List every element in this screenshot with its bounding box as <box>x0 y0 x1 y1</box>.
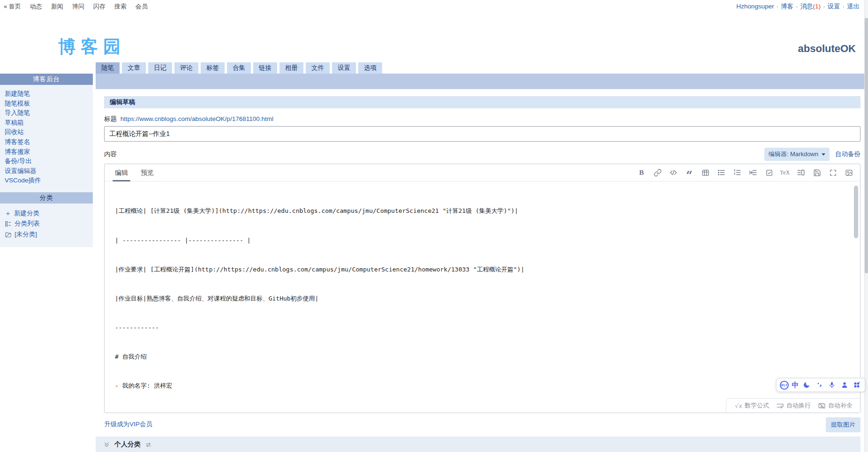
microphone-icon[interactable] <box>827 379 837 391</box>
sidebar-item-category-list[interactable]: 分类列表 <box>5 218 93 229</box>
collapse-chevrons-icon[interactable] <box>103 441 110 448</box>
sidebar-item-uncategorized[interactable]: [未分类] <box>5 229 93 240</box>
wrap-icon <box>776 402 784 410</box>
code-icon[interactable] <box>668 167 679 178</box>
tab-essays[interactable]: 随笔 <box>96 62 120 74</box>
editor-line: |作业要求| [工程概论开篇](http://https://edu.cnblo… <box>115 265 850 275</box>
nav-feed[interactable]: 动态 <box>30 2 42 11</box>
tab-options[interactable]: 选项 <box>358 62 382 74</box>
word-wrap-label: 自动换行 <box>786 401 811 410</box>
nav-member[interactable]: 会员 <box>136 2 148 11</box>
sqrt-icon: √x <box>735 402 742 409</box>
below-editor-row: 升级成为VIP会员 提取图片 <box>104 417 860 432</box>
table-icon[interactable] <box>700 167 711 178</box>
content-label: 内容 <box>104 150 117 158</box>
my-blog-link[interactable]: 博客 <box>781 2 793 11</box>
messages-link[interactable]: 消息(1) <box>800 2 821 11</box>
outdent-icon[interactable] <box>747 167 759 178</box>
tab-links[interactable]: 链接 <box>253 62 277 74</box>
separator: · <box>777 3 779 10</box>
tab-albums[interactable]: 相册 <box>279 62 303 74</box>
nav-flash[interactable]: 闪存 <box>93 2 106 11</box>
main-content: 编辑草稿 标题 https://www.cnblogs.com/absolute… <box>96 89 864 452</box>
sidebar-item-recycle-bin[interactable]: 回收站 <box>5 128 93 137</box>
extract-images-button[interactable]: 提取图片 <box>826 417 860 432</box>
punctuation-icon[interactable] <box>815 379 824 391</box>
sidebar-item-signature[interactable]: 博客签名 <box>5 137 93 147</box>
sidebar-item-backup-export[interactable]: 备份/导出 <box>5 157 93 166</box>
uncategorized-label: [未分类] <box>15 229 37 240</box>
autocomplete-toggle[interactable]: 自动补全 <box>818 401 853 410</box>
tex-formula-icon[interactable]: TeX <box>779 167 791 178</box>
moon-icon[interactable] <box>802 379 811 391</box>
editor-line: |工程概论| [计算21级 (集美大学)](http://https://edu… <box>115 206 850 216</box>
post-url-link[interactable]: https://www.cnblogs.com/absoluteOK/p/176… <box>121 115 273 122</box>
masthead: 博客园 absoluteOK <box>0 13 868 62</box>
editor-type-dropdown[interactable]: 编辑器: Markdown <box>764 148 830 161</box>
editor-line: | ---------------- |--------------- | <box>115 236 850 246</box>
ordered-list-icon[interactable] <box>732 167 743 178</box>
vip-upgrade-link[interactable]: 升级成为VIP会员 <box>104 420 152 429</box>
keyboard-off-icon <box>818 402 826 410</box>
tab-articles[interactable]: 文章 <box>122 62 146 74</box>
nav-home[interactable]: « 首页 <box>4 2 21 11</box>
editor-footer: √x 数学公式 自动换行 <box>726 398 860 413</box>
username-link[interactable]: Hzhongsuper <box>736 3 774 10</box>
header-band <box>96 74 864 89</box>
nav-q-and-a[interactable]: 博问 <box>72 2 84 11</box>
bold-icon[interactable]: B <box>636 167 647 178</box>
sidebar-admin-list: 新建随笔 随笔模板 导入随笔 草稿箱 回收站 博客签名 博客搬家 备份/导出 设… <box>0 85 93 188</box>
sidebar-item-post-template[interactable]: 随笔模板 <box>5 99 93 109</box>
chevron-down-icon <box>822 153 825 156</box>
outline-panel-icon[interactable] <box>795 167 807 178</box>
link-icon[interactable] <box>652 167 663 178</box>
tab-comments[interactable]: 评论 <box>174 62 198 74</box>
math-formula-toggle[interactable]: √x 数学公式 <box>735 401 769 410</box>
sidebar-item-new-post[interactable]: 新建随笔 <box>5 89 93 99</box>
editor-toolbar: B “ <box>636 167 854 178</box>
content-row: 内容 编辑器: Markdown 自动备份 <box>104 148 860 161</box>
sidebar-item-new-category[interactable]: + 新建分类 <box>5 208 93 219</box>
editor-tab-edit[interactable]: 编辑 <box>115 164 128 181</box>
auto-backup-link[interactable]: 自动备份 <box>835 150 860 158</box>
sidebar-item-import-post[interactable]: 导入随笔 <box>5 108 93 118</box>
tab-diary[interactable]: 日记 <box>148 62 172 74</box>
settings-link[interactable]: 设置 <box>828 2 840 11</box>
title-label: 标题 <box>104 115 117 122</box>
save-icon[interactable] <box>811 167 823 178</box>
nav-news[interactable]: 新闻 <box>51 2 63 11</box>
sidebar-item-editor-settings[interactable]: 设置编辑器 <box>5 166 93 176</box>
unordered-list-icon[interactable] <box>716 167 727 178</box>
cnblogs-logo[interactable]: 博客园 <box>58 35 126 59</box>
editor-line: # 自我介绍 <box>115 352 850 362</box>
sidebar-item-blog-migration[interactable]: 博客搬家 <box>5 147 93 157</box>
markdown-editor[interactable]: |工程概论| [计算21级 (集美大学)](http://https://edu… <box>105 182 853 398</box>
folder-slash-icon <box>5 231 12 238</box>
editor-line: ------------ <box>115 323 850 333</box>
keyboard-grid-icon[interactable] <box>852 379 861 391</box>
editor-type-label: 编辑器: Markdown <box>769 150 818 158</box>
word-wrap-toggle[interactable]: 自动换行 <box>776 401 811 410</box>
blockquote-icon[interactable]: “ <box>684 167 695 178</box>
editor-line: - 我的名字: 洪梓宏 <box>115 381 850 391</box>
editor-tab-preview[interactable]: 预览 <box>141 164 154 181</box>
fullscreen-icon[interactable] <box>827 167 838 178</box>
post-title-input[interactable] <box>104 126 860 142</box>
sidebar-item-vscode-plugin[interactable]: VSCode插件 <box>5 176 93 186</box>
sort-icon[interactable] <box>145 441 152 448</box>
sidebar-item-drafts[interactable]: 草稿箱 <box>5 118 93 128</box>
page-scrollbar-thumb[interactable] <box>865 18 868 273</box>
logout-link[interactable]: 退出 <box>847 2 860 11</box>
personal-category-section-header: 个人分类 <box>96 437 860 452</box>
user-icon[interactable] <box>840 379 849 391</box>
task-list-icon[interactable] <box>763 167 775 178</box>
image-icon[interactable] <box>843 167 854 178</box>
tab-tags[interactable]: 标签 <box>201 62 225 74</box>
tab-settings[interactable]: 设置 <box>332 62 356 74</box>
nav-search[interactable]: 搜索 <box>114 2 127 11</box>
editor-scrollbar[interactable] <box>854 186 858 238</box>
tab-collections[interactable]: 合集 <box>227 62 251 74</box>
tab-files[interactable]: 文件 <box>306 62 330 74</box>
ifly-logo-icon[interactable]: iFLY <box>780 381 789 390</box>
ime-language-toggle[interactable]: 中 <box>792 381 799 390</box>
